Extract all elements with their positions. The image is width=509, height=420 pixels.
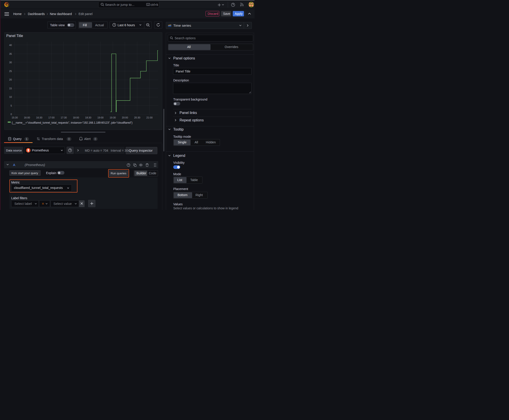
svg-text:18:30: 18:30 bbox=[85, 116, 91, 119]
svg-text:16:30: 16:30 bbox=[36, 116, 42, 119]
svg-text:20:30: 20:30 bbox=[134, 116, 140, 119]
svg-text:17:30: 17:30 bbox=[61, 116, 67, 119]
svg-text:15:30: 15:30 bbox=[12, 116, 18, 119]
svg-text:10: 10 bbox=[9, 96, 12, 98]
svg-text:19:30: 19:30 bbox=[109, 116, 116, 119]
svg-text:0: 0 bbox=[11, 113, 12, 116]
svg-text:18:00: 18:00 bbox=[73, 116, 79, 119]
svg-text:25: 25 bbox=[9, 70, 12, 73]
svg-text:20:00: 20:00 bbox=[122, 116, 128, 119]
svg-text:35: 35 bbox=[9, 52, 12, 55]
svg-text:21:00: 21:00 bbox=[146, 116, 153, 119]
svg-text:15: 15 bbox=[9, 87, 12, 90]
svg-text:{__name__="cloudflared_tunnel_: {__name__="cloudflared_tunnel_total_requ… bbox=[12, 121, 133, 124]
svg-text:40: 40 bbox=[9, 44, 12, 46]
svg-text:20: 20 bbox=[9, 78, 12, 81]
svg-text:17:00: 17:00 bbox=[48, 116, 55, 119]
svg-text:19:00: 19:00 bbox=[97, 116, 104, 119]
svg-text:16:00: 16:00 bbox=[24, 116, 30, 119]
svg-text:5: 5 bbox=[11, 104, 12, 107]
svg-text:30: 30 bbox=[9, 61, 12, 64]
